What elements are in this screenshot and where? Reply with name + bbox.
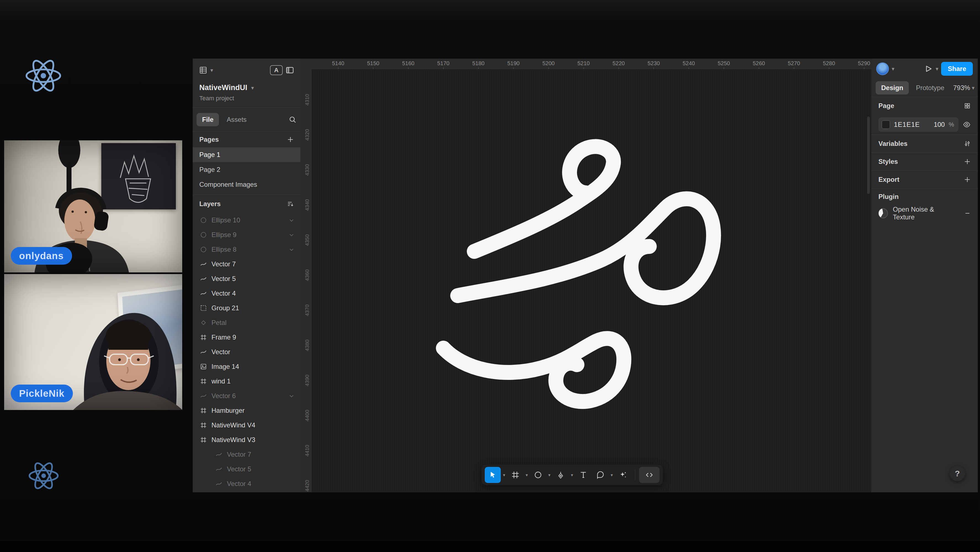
- pages-header: Pages: [199, 136, 219, 144]
- add-style-icon[interactable]: [964, 158, 970, 165]
- chevron-down-icon[interactable]: [288, 392, 295, 399]
- search-icon[interactable]: [289, 116, 296, 123]
- actions-tool[interactable]: [615, 467, 631, 483]
- frame-tool[interactable]: [508, 467, 523, 483]
- present-play-icon[interactable]: [924, 64, 933, 73]
- move-tool-chevron-icon[interactable]: ▾: [502, 467, 506, 483]
- ai-actions-icon[interactable]: A: [270, 65, 283, 75]
- participant-badge-onlydans: onlydans: [11, 247, 72, 265]
- vector-layer-icon: [200, 348, 207, 356]
- page-grid-icon[interactable]: [964, 102, 970, 109]
- layer-row-nativewind-v3[interactable]: NativeWind V3: [192, 432, 300, 447]
- canvas-scrollbar[interactable]: [867, 116, 870, 194]
- ruler-tick: 4370: [304, 305, 310, 316]
- ruler-tick: 4310: [304, 94, 310, 105]
- avatar-chevron-icon[interactable]: ▾: [892, 66, 894, 72]
- ruler-tick: 5210: [578, 60, 590, 67]
- wind-logo-artwork[interactable]: [431, 130, 734, 412]
- main-menu-chevron-icon[interactable]: ▾: [210, 67, 213, 73]
- text-tool[interactable]: [575, 467, 591, 483]
- tab-prototype[interactable]: Prototype: [910, 81, 950, 94]
- plugin-item-label[interactable]: Open Noise & Texture: [893, 206, 955, 221]
- layer-row-vector-7[interactable]: Vector 7: [192, 447, 300, 462]
- layer-row-hamburger[interactable]: Hamburger: [192, 403, 300, 418]
- ruler-tick: 5290: [858, 60, 870, 67]
- shape-tool[interactable]: [530, 467, 546, 483]
- layers-header: Layers: [199, 200, 221, 208]
- move-tool[interactable]: [485, 467, 501, 483]
- layer-row-wind-1[interactable]: wind 1: [192, 374, 300, 388]
- ruler-tick: 4360: [304, 270, 310, 281]
- ruler-tick: 5150: [367, 60, 380, 67]
- file-name-chevron-icon[interactable]: ▾: [251, 85, 254, 91]
- ruler-tick: 4380: [304, 340, 310, 351]
- layer-label: Frame 9: [212, 333, 236, 341]
- ruler-tick: 4420: [304, 480, 310, 491]
- layer-row-vector-4[interactable]: Vector 4: [192, 286, 300, 301]
- tab-assets[interactable]: Assets: [221, 113, 252, 126]
- avatar[interactable]: [876, 62, 889, 75]
- react-logo-top: [24, 57, 62, 95]
- add-page-icon[interactable]: [287, 136, 294, 143]
- layer-label: Vector 7: [227, 451, 251, 458]
- color-opacity-value[interactable]: 100: [934, 121, 945, 128]
- add-export-icon[interactable]: [964, 176, 970, 183]
- layer-label: Hamburger: [212, 407, 245, 415]
- tab-design[interactable]: Design: [876, 81, 909, 94]
- layer-row-vector-7[interactable]: Vector 7: [192, 257, 300, 271]
- chevron-down-icon[interactable]: [288, 217, 295, 223]
- styles-section-header: Styles: [878, 158, 898, 166]
- layer-row-ellipse-10[interactable]: Ellipse 10: [192, 213, 300, 227]
- ruler-tick: 5160: [402, 60, 415, 67]
- layer-row-vector[interactable]: Vector: [192, 345, 300, 359]
- figma-main-menu-icon[interactable]: [199, 66, 208, 75]
- ellipse-layer-icon: [200, 231, 207, 238]
- layer-row-nativewind-v4[interactable]: NativeWind V4: [192, 418, 300, 432]
- color-swatch[interactable]: [882, 120, 890, 129]
- frame-tool-chevron-icon[interactable]: ▾: [525, 467, 529, 483]
- chevron-down-icon[interactable]: [288, 231, 295, 238]
- chevron-down-icon[interactable]: [288, 246, 295, 253]
- zoom-chevron-icon[interactable]: ▾: [972, 85, 974, 91]
- help-button[interactable]: ?: [950, 466, 965, 481]
- share-button[interactable]: Share: [941, 62, 973, 76]
- toggle-sidebar-icon[interactable]: [285, 66, 294, 75]
- layer-row-image-14[interactable]: Image 14: [192, 359, 300, 374]
- layers-sort-icon[interactable]: [287, 201, 294, 207]
- page-item-page-2[interactable]: Page 2: [192, 162, 300, 177]
- variables-section-header: Variables: [878, 140, 907, 148]
- participant-badge-picklenik: PickleNik: [11, 384, 73, 402]
- layer-row-vector-4[interactable]: Vector 4: [192, 476, 300, 491]
- comment-tool-chevron-icon[interactable]: ▾: [609, 467, 614, 483]
- color-hex-value[interactable]: 1E1E1E: [894, 121, 920, 128]
- plugin-more-icon[interactable]: [964, 210, 970, 217]
- layer-label: Petal: [212, 319, 227, 327]
- layer-row-frame-9[interactable]: Frame 9: [192, 330, 300, 345]
- visibility-eye-icon[interactable]: [963, 121, 970, 128]
- zoom-level[interactable]: 793%: [953, 84, 970, 92]
- page-item-component-images[interactable]: Component Images: [192, 177, 300, 192]
- page-item-page-1[interactable]: Page 1: [192, 147, 300, 162]
- comment-tool[interactable]: [592, 467, 608, 483]
- shape-tool-chevron-icon[interactable]: ▾: [547, 467, 552, 483]
- layer-row-petal[interactable]: Petal: [192, 315, 300, 330]
- pen-tool[interactable]: [553, 467, 569, 483]
- file-name[interactable]: NativeWindUI: [199, 83, 247, 92]
- layer-row-group-21[interactable]: Group 21: [192, 301, 300, 315]
- layer-row-vector-5[interactable]: Vector 5: [192, 271, 300, 286]
- frame-layer-icon: [200, 421, 207, 429]
- layer-row-vector-6[interactable]: Vector 6: [192, 388, 300, 403]
- layer-row-ellipse-9[interactable]: Ellipse 9: [192, 227, 300, 242]
- layer-label: NativeWind V3: [212, 436, 255, 444]
- layer-row-vector-5[interactable]: Vector 5: [192, 462, 300, 476]
- variables-settings-icon[interactable]: [964, 140, 970, 147]
- toolbar-divider: [635, 469, 635, 480]
- layer-label: Ellipse 8: [212, 246, 237, 253]
- page-color-field[interactable]: 1E1E1E 100 %: [878, 117, 958, 132]
- dev-mode-tool[interactable]: [639, 467, 660, 483]
- layer-row-ellipse-8[interactable]: Ellipse 8: [192, 242, 300, 257]
- pen-tool-chevron-icon[interactable]: ▾: [570, 467, 574, 483]
- tab-file[interactable]: File: [197, 113, 219, 126]
- figma-canvas[interactable]: 5140515051605170518051905200521052205230…: [300, 59, 871, 492]
- present-chevron-icon[interactable]: ▾: [935, 66, 938, 72]
